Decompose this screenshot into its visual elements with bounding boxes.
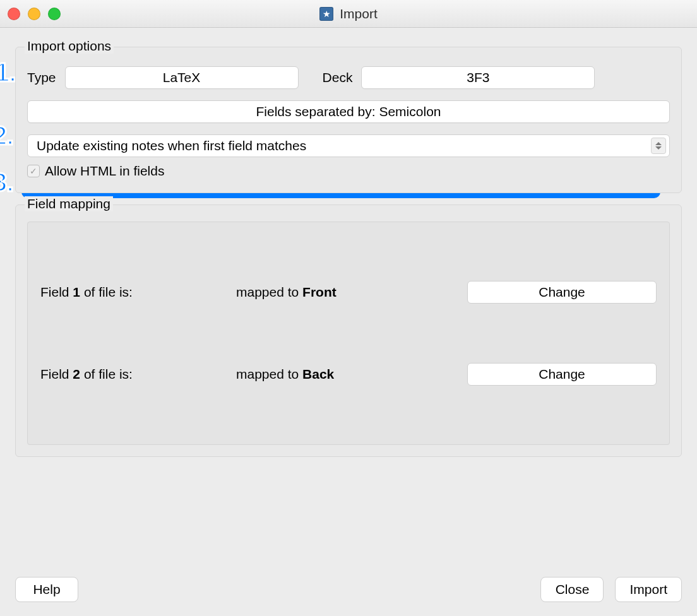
- import-button-label: Import: [629, 582, 667, 597]
- allow-html-checkbox-row[interactable]: ✓ Allow HTML in fields: [27, 163, 670, 179]
- mapping-field-prefix: Field: [40, 285, 73, 299]
- import-options-title: Import options: [25, 38, 114, 54]
- mapping-mapped-prefix: mapped to: [236, 285, 302, 299]
- type-label: Type: [27, 70, 56, 85]
- window-controls: [8, 8, 61, 20]
- import-button[interactable]: Import: [615, 577, 682, 602]
- help-button-label: Help: [33, 582, 60, 597]
- mapping-mapped-to: Front: [302, 285, 337, 299]
- mapping-field-num: 2: [73, 367, 80, 381]
- import-mode-value: Update existing notes when first field m…: [37, 138, 306, 153]
- allow-html-label: Allow HTML in fields: [45, 163, 164, 179]
- import-options-group: Import options Type LaTeX Deck 3F3 Field…: [15, 47, 682, 193]
- note-type-selector[interactable]: LaTeX: [65, 66, 299, 89]
- chevron-updown-icon: [651, 138, 666, 154]
- help-button[interactable]: Help: [15, 577, 78, 602]
- field-mapping-panel: Field 1 of file is: mapped to Front Chan…: [27, 222, 670, 445]
- mapping-field-suffix: of file is:: [80, 367, 133, 381]
- zoom-window-button[interactable]: [48, 8, 61, 20]
- mapping-row: Field 1 of file is: mapped to Front Chan…: [40, 281, 657, 304]
- deck-value: 3F3: [467, 70, 489, 85]
- mapping-mapped-to: Back: [302, 367, 334, 381]
- mapping-field-suffix: of file is:: [80, 285, 133, 299]
- close-button[interactable]: Close: [540, 577, 604, 602]
- close-window-button[interactable]: [8, 8, 20, 20]
- window-title: Import: [340, 6, 378, 21]
- field-mapping-title: Field mapping: [25, 196, 113, 211]
- mapping-mapped-prefix: mapped to: [236, 367, 302, 381]
- field-mapping-group: Field mapping Field 1 of file is: mapped…: [15, 204, 682, 457]
- import-mode-select[interactable]: Update existing notes when first field m…: [27, 134, 670, 157]
- deck-label: Deck: [323, 70, 353, 85]
- annotation-3: 3.: [0, 169, 13, 196]
- annotation-1: 1.: [0, 59, 16, 86]
- change-mapping-button[interactable]: Change: [467, 281, 657, 304]
- annotation-2: 2.: [0, 122, 13, 149]
- close-button-label: Close: [556, 582, 590, 597]
- bottom-button-bar: Help Close Import: [15, 577, 682, 602]
- anki-icon: ★: [319, 7, 333, 21]
- window-title-wrap: ★ Import: [0, 6, 697, 21]
- titlebar: ★ Import: [0, 0, 697, 28]
- mapping-field-prefix: Field: [40, 367, 73, 381]
- field-separator-text: Fields separated by: Semicolon: [256, 104, 441, 119]
- checkbox-icon: ✓: [27, 165, 40, 177]
- minimize-window-button[interactable]: [28, 8, 40, 20]
- change-mapping-button[interactable]: Change: [467, 363, 657, 386]
- deck-selector[interactable]: 3F3: [361, 66, 595, 89]
- mapping-row: Field 2 of file is: mapped to Back Chang…: [40, 363, 657, 386]
- field-separator-button[interactable]: Fields separated by: Semicolon: [27, 100, 670, 123]
- mapping-field-num: 1: [73, 285, 80, 299]
- change-button-label: Change: [539, 285, 585, 300]
- change-button-label: Change: [539, 367, 585, 382]
- note-type-value: LaTeX: [163, 70, 201, 85]
